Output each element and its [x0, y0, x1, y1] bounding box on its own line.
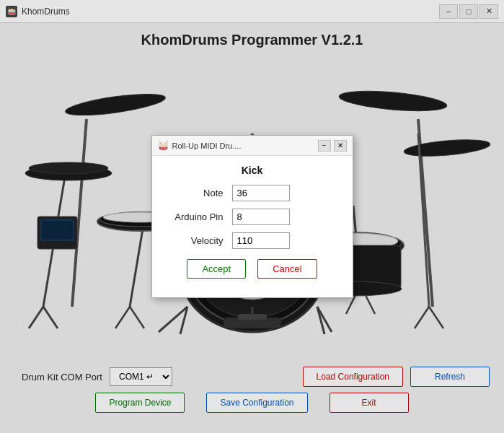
arduino-pin-input[interactable]: [232, 209, 290, 225]
modal-body: Kick Note Arduino Pin Velocity Accept Ca…: [152, 156, 353, 297]
accept-button[interactable]: Accept: [187, 259, 246, 279]
velocity-label: Velocity: [164, 235, 232, 246]
arduino-pin-label: Arduino Pin: [164, 211, 232, 222]
velocity-row: Velocity: [164, 232, 341, 249]
modal-overlay: 🥁 Roll-Up MIDI Dru.... − ✕ Kick Note Ard…: [0, 0, 504, 433]
modal-heading: Kick: [164, 165, 341, 176]
modal-footer: Accept Cancel: [164, 256, 341, 287]
velocity-input[interactable]: [232, 232, 290, 249]
note-row: Note: [164, 185, 341, 201]
modal-title-left: 🥁 Roll-Up MIDI Dru....: [158, 141, 242, 151]
modal-close-button[interactable]: ✕: [334, 140, 347, 152]
arduino-pin-row: Arduino Pin: [164, 209, 341, 225]
note-label: Note: [164, 188, 232, 198]
modal-minimize-button[interactable]: −: [318, 140, 331, 152]
modal-dialog: 🥁 Roll-Up MIDI Dru.... − ✕ Kick Note Ard…: [151, 135, 353, 298]
cancel-button[interactable]: Cancel: [257, 259, 317, 279]
note-input[interactable]: [232, 185, 290, 201]
modal-controls[interactable]: − ✕: [318, 140, 347, 152]
modal-title: Roll-Up MIDI Dru....: [172, 141, 242, 150]
modal-titlebar: 🥁 Roll-Up MIDI Dru.... − ✕: [152, 136, 353, 156]
modal-icon: 🥁: [158, 141, 169, 151]
